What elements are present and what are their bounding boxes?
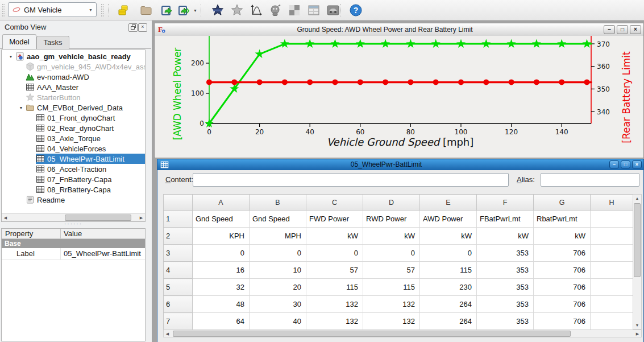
expander-icon[interactable]: ▼: [16, 106, 26, 110]
cell-F3[interactable]: 353: [477, 245, 534, 262]
cell-H2[interactable]: [591, 228, 633, 245]
open-folder-button[interactable]: [138, 3, 155, 18]
row-header-2[interactable]: 2: [164, 228, 193, 245]
toolbar-grip[interactable]: [101, 3, 104, 17]
tree-item-04-vehicleforces[interactable]: 04_VehicleForces: [2, 143, 145, 154]
tree-item-cm-evbot-derived-data[interactable]: ▼CM_EVBot_Derived_Data: [2, 102, 145, 113]
robot-macro-button[interactable]: [267, 3, 284, 18]
property-value[interactable]: 05_WheelPwr-BattLimit: [64, 248, 141, 259]
tree-item-02-rear-dynochart[interactable]: 02_Rear_dynoChart: [2, 123, 145, 133]
export-options-button[interactable]: ▼: [176, 3, 193, 18]
cell-D4[interactable]: 57: [363, 262, 420, 279]
tree-item-ev-nomad-awd[interactable]: ev-nomad-AWD: [2, 72, 145, 82]
cell-B4[interactable]: 10: [250, 262, 306, 279]
tree-item-01-front-dynochart[interactable]: 01_Front_dynoChart: [2, 113, 145, 123]
cell-A3[interactable]: 0: [193, 245, 250, 262]
checkerboard-macro-button[interactable]: [286, 3, 303, 18]
cell-F4[interactable]: 353: [477, 262, 534, 279]
cell-D7[interactable]: 132: [363, 313, 420, 330]
cell-E2[interactable]: kW: [420, 228, 477, 245]
cell-F5[interactable]: 353: [477, 279, 534, 296]
tree-item-06-accel-traction[interactable]: 06_Accel-Traction: [2, 164, 145, 174]
scroll-right-icon[interactable]: ▶: [138, 214, 145, 221]
cell-A5[interactable]: 32: [193, 279, 250, 296]
scrollbar-thumb[interactable]: [173, 331, 571, 337]
cell-H5[interactable]: [591, 279, 633, 296]
workbench-selector[interactable]: GM Vehicle ▼: [8, 2, 97, 17]
cell-C3[interactable]: 0: [306, 245, 363, 262]
column-header-b[interactable]: B: [250, 195, 306, 211]
row-header-6[interactable]: 6: [164, 296, 193, 313]
grid-corner[interactable]: [164, 195, 193, 211]
column-header-h[interactable]: H: [591, 195, 633, 211]
cell-D6[interactable]: 132: [363, 296, 420, 313]
tree-item-05-wheelpwr-battlimit[interactable]: 05_WheelPwr-BattLimit: [2, 154, 145, 164]
cell-A4[interactable]: 16: [193, 262, 250, 279]
expander-icon[interactable]: ▼: [6, 55, 15, 59]
cell-G7[interactable]: 706: [534, 313, 591, 330]
tab-tasks[interactable]: Tasks: [36, 36, 69, 49]
column-header-g[interactable]: G: [534, 195, 591, 211]
column-header-a[interactable]: A: [193, 195, 250, 211]
column-header-f[interactable]: F: [477, 195, 534, 211]
navy-star-macro-button[interactable]: [209, 3, 226, 18]
cell-C4[interactable]: 57: [306, 262, 363, 279]
tree-item-aaa-master[interactable]: AAA_Master: [2, 82, 145, 92]
gray-star-macro-button[interactable]: [228, 3, 246, 18]
cell-E5[interactable]: 230: [420, 279, 477, 296]
cell-F7[interactable]: 353: [477, 313, 534, 330]
cell-H3[interactable]: [591, 245, 633, 262]
cell-C6[interactable]: 132: [306, 296, 363, 313]
sheet-horizontal-scrollbar[interactable]: ◀ ▶: [163, 329, 642, 337]
scroll-left-icon[interactable]: ◀: [164, 330, 171, 337]
property-group-base[interactable]: Base: [2, 239, 145, 248]
minimize-button[interactable]: –: [609, 160, 619, 168]
scrollbar-thumb[interactable]: [634, 203, 641, 277]
cell-E3[interactable]: 0: [420, 245, 477, 262]
cell-A6[interactable]: 48: [193, 296, 250, 313]
cell-E4[interactable]: 115: [420, 262, 477, 279]
tree-item-gm-vehicle-945-awd4x4ev-ass[interactable]: gm_vehicle_945_AWD4x4ev_ass: [2, 61, 145, 72]
scrollbar-thumb[interactable]: [65, 215, 131, 221]
column-header-d[interactable]: D: [363, 195, 420, 211]
row-header-5[interactable]: 5: [164, 279, 193, 296]
tab-model[interactable]: Model: [2, 34, 36, 49]
export-button[interactable]: [159, 3, 176, 18]
scroll-down-icon[interactable]: ▼: [633, 322, 641, 329]
tree-item-starterbutton[interactable]: StarterButton: [2, 92, 145, 102]
panel-splitter[interactable]: ······: [1, 222, 146, 228]
toolbar-grip[interactable]: [2, 3, 5, 17]
tree-item-03-axle-torque[interactable]: 03_Axle_Torque: [2, 133, 145, 143]
cell-F2[interactable]: kW: [477, 228, 534, 245]
cell-G1[interactable]: RbatPwrLmt: [534, 211, 591, 228]
panel-close-button[interactable]: ×: [138, 23, 147, 32]
cell-H1[interactable]: [591, 211, 633, 228]
cell-E7[interactable]: 264: [420, 313, 477, 330]
row-header-7[interactable]: 7: [164, 313, 193, 330]
cell-D5[interactable]: 115: [363, 279, 420, 296]
cell-G4[interactable]: 706: [534, 262, 591, 279]
column-header-c[interactable]: C: [306, 195, 363, 211]
cell-H4[interactable]: [591, 262, 633, 279]
maximize-button[interactable]: □: [617, 25, 628, 34]
cell-C2[interactable]: kW: [306, 228, 363, 245]
cell-G5[interactable]: 706: [534, 279, 591, 296]
cell-H6[interactable]: [591, 296, 633, 313]
minimize-button[interactable]: –: [604, 25, 615, 34]
cell-H7[interactable]: [591, 313, 633, 330]
maximize-button[interactable]: □: [621, 160, 630, 168]
cell-G3[interactable]: 706: [534, 245, 591, 262]
tree-item-08-rrbattery-capa[interactable]: 08_RrBattery-Capa: [2, 184, 145, 195]
cell-F1[interactable]: FBatPwrLmt: [477, 211, 534, 228]
tree-item-aao-gm-vehicle-basic-ready[interactable]: ▼aao_gm_vehicle_basic_ready: [2, 51, 145, 61]
cell-D3[interactable]: 0: [363, 245, 420, 262]
panel-float-button[interactable]: [128, 23, 138, 32]
close-button[interactable]: ×: [630, 25, 641, 34]
cell-alias-input[interactable]: [541, 173, 639, 187]
sheet-window-titlebar[interactable]: 05_WheelPwr-BattLimit –□×: [157, 159, 643, 170]
tree-item-readme[interactable]: Readme: [2, 195, 145, 205]
cell-B6[interactable]: 30: [250, 296, 306, 313]
cell-C5[interactable]: 115: [306, 279, 363, 296]
help-button[interactable]: ?: [347, 3, 364, 18]
cell-A1[interactable]: Gnd Speed: [193, 211, 250, 228]
